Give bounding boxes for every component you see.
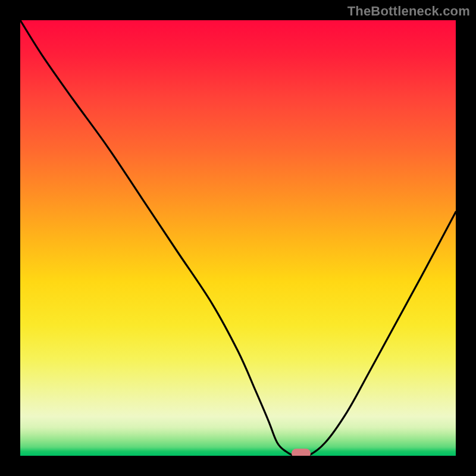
plot-area: [20, 20, 456, 456]
bottleneck-curve: [20, 20, 456, 456]
attribution-label: TheBottleneck.com: [347, 4, 470, 19]
optimal-marker: [292, 449, 311, 456]
chart-frame: TheBottleneck.com: [0, 0, 476, 476]
